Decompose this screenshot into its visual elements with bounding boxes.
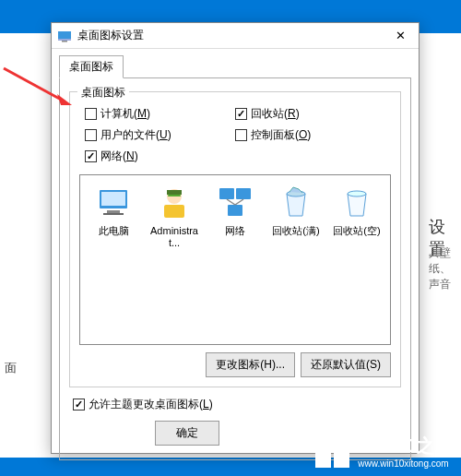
watermark: Win10之家 www.win10xitong.com <box>312 430 457 472</box>
icon-button-row: 更改图标(H)... 还原默认值(S) <box>79 352 391 377</box>
svg-rect-10 <box>219 188 234 199</box>
svg-rect-7 <box>164 205 184 218</box>
close-button[interactable]: ✕ <box>387 27 413 45</box>
icon-network[interactable]: 网络 <box>207 183 263 237</box>
desktop-icon-settings-dialog: 桌面图标设置 ✕ 桌面图标 桌面图标 计算机(M)回收站(R)用户的文件(U)控… <box>51 22 420 454</box>
svg-rect-20 <box>334 434 349 449</box>
svg-rect-6 <box>103 213 124 215</box>
icon-recycle-full[interactable]: 回收站(满) <box>268 183 324 237</box>
restore-default-button[interactable]: 还原默认值(S) <box>301 352 391 377</box>
allow-theme-checkbox[interactable] <box>73 399 85 411</box>
watermark-title: Win10之家 <box>358 434 455 458</box>
svg-point-16 <box>348 191 366 196</box>
icon-network-icon <box>216 183 254 221</box>
check-computer[interactable]: 计算机(M) <box>85 103 235 125</box>
icon-preview-list[interactable]: 此电脑Administrat...网络回收站(满)回收站(空) <box>79 174 391 345</box>
check-network[interactable]: 网络(N) <box>85 146 235 167</box>
icon-user-label: Administrat... <box>147 225 202 249</box>
svg-rect-5 <box>107 210 120 213</box>
check-control-panel-label: 控制面板(O) <box>251 127 311 143</box>
icon-this-pc-icon <box>94 183 133 221</box>
check-computer-box[interactable] <box>85 108 97 120</box>
svg-rect-9 <box>167 190 182 195</box>
dialog-footer-buttons: 确定 <box>155 421 219 446</box>
icon-recycle-full-icon <box>277 183 315 221</box>
icon-network-label: 网络 <box>207 225 263 237</box>
svg-rect-21 <box>315 452 331 468</box>
icon-this-pc[interactable]: 此电脑 <box>86 183 141 237</box>
bg-subtext: 具壁纸、声音 <box>429 245 461 292</box>
svg-rect-0 <box>58 31 71 40</box>
check-computer-label: 计算机(M) <box>100 106 150 122</box>
svg-rect-22 <box>334 452 349 468</box>
svg-rect-12 <box>228 205 242 216</box>
tab-content: 桌面图标 计算机(M)回收站(R)用户的文件(U)控制面板(O)网络(N) 此电… <box>59 77 411 460</box>
check-user-files-label: 用户的文件(U) <box>100 127 171 143</box>
change-icon-button[interactable]: 更改图标(H)... <box>206 352 295 377</box>
check-network-label: 网络(N) <box>100 149 138 164</box>
icon-recycle-full-label: 回收站(满) <box>268 225 324 237</box>
svg-rect-4 <box>101 192 125 206</box>
svg-rect-19 <box>315 434 331 449</box>
check-user-files-box[interactable] <box>85 129 97 141</box>
icon-recycle-empty[interactable]: 回收站(空) <box>329 183 384 237</box>
checkbox-grid: 计算机(M)回收站(R)用户的文件(U)控制面板(O)网络(N) <box>79 100 391 174</box>
app-icon <box>57 30 72 42</box>
check-control-panel[interactable]: 控制面板(O) <box>235 125 385 146</box>
svg-rect-11 <box>236 188 251 199</box>
ok-button[interactable]: 确定 <box>155 421 219 446</box>
tab-desktop-icons[interactable]: 桌面图标 <box>59 55 124 78</box>
check-user-files[interactable]: 用户的文件(U) <box>85 125 235 146</box>
icon-user-icon <box>155 183 194 221</box>
check-control-panel-box[interactable] <box>235 129 247 141</box>
allow-theme-row[interactable]: 允许主题更改桌面图标(L) <box>69 397 401 412</box>
svg-line-13 <box>227 199 235 205</box>
check-recycle-bin-box[interactable] <box>235 108 247 120</box>
svg-rect-1 <box>58 39 71 41</box>
desktop-icons-group: 桌面图标 计算机(M)回收站(R)用户的文件(U)控制面板(O)网络(N) 此电… <box>69 91 401 387</box>
icon-this-pc-label: 此电脑 <box>86 225 141 237</box>
svg-line-14 <box>235 199 243 205</box>
check-recycle-bin-label: 回收站(R) <box>251 106 300 122</box>
dialog-title: 桌面图标设置 <box>77 28 387 43</box>
windows-logo-icon <box>313 432 352 470</box>
icon-recycle-empty-label: 回收站(空) <box>329 225 384 237</box>
bg-sidelabel: 面 <box>5 360 17 376</box>
check-recycle-bin[interactable]: 回收站(R) <box>235 103 385 125</box>
titlebar: 桌面图标设置 ✕ <box>52 23 419 49</box>
group-title: 桌面图标 <box>77 85 129 101</box>
tab-strip: 桌面图标 <box>52 49 419 77</box>
allow-theme-label: 允许主题更改桌面图标(L) <box>89 397 213 412</box>
check-network-box[interactable] <box>85 150 97 162</box>
icon-recycle-empty-icon <box>337 183 376 221</box>
watermark-url: www.win10xitong.com <box>358 458 455 469</box>
svg-rect-2 <box>62 41 67 42</box>
icon-user[interactable]: Administrat... <box>147 183 202 249</box>
